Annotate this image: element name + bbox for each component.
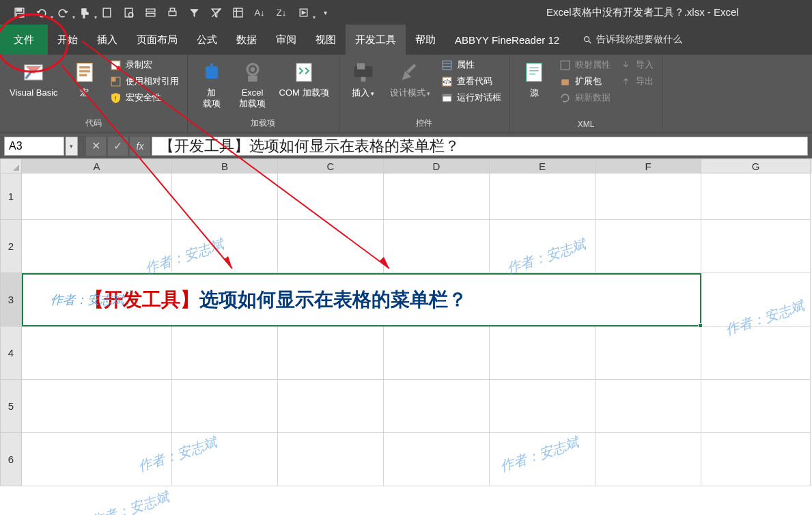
addins-button[interactable]: 加 载项 bbox=[193, 57, 230, 112]
tab-file[interactable]: 文件 bbox=[0, 25, 48, 55]
clear-filter-icon[interactable] bbox=[206, 3, 225, 22]
cell[interactable] bbox=[278, 380, 384, 433]
sort-asc-icon[interactable]: A↓ bbox=[250, 3, 269, 22]
insert-control-button[interactable]: 插入 ▾ bbox=[345, 57, 382, 102]
accept-formula-button[interactable]: ✓ bbox=[108, 137, 128, 156]
column-header-g[interactable]: G bbox=[701, 158, 811, 173]
cell[interactable] bbox=[278, 173, 384, 220]
cell[interactable] bbox=[596, 326, 701, 380]
refresh-data-button[interactable]: 刷新数据 bbox=[557, 90, 613, 105]
visual-basic-button[interactable]: Visual Basic bbox=[5, 57, 62, 101]
tab-home[interactable]: 开始 bbox=[48, 25, 87, 55]
macro-security-button[interactable]: !宏安全性 bbox=[107, 90, 182, 105]
xml-import-button[interactable]: 导入 bbox=[617, 57, 656, 72]
cell[interactable] bbox=[701, 220, 811, 273]
row-header-5[interactable]: 5 bbox=[0, 380, 22, 433]
cell[interactable] bbox=[172, 173, 278, 220]
cell[interactable] bbox=[278, 326, 384, 380]
tab-help[interactable]: 帮助 bbox=[406, 25, 445, 55]
select-all-corner[interactable] bbox=[0, 158, 22, 173]
cell[interactable] bbox=[22, 433, 172, 486]
cell[interactable] bbox=[278, 433, 384, 486]
format-painter-icon[interactable]: ▾ bbox=[75, 3, 94, 22]
filter-icon[interactable] bbox=[184, 3, 204, 22]
run-dialog-button[interactable]: 运行对话框 bbox=[438, 90, 504, 105]
tab-abbyy[interactable]: ABBYY FineReader 12 bbox=[445, 25, 569, 55]
column-header-b[interactable]: B bbox=[172, 158, 278, 173]
column-header-f[interactable]: F bbox=[596, 158, 701, 173]
cell[interactable] bbox=[172, 433, 278, 486]
cancel-formula-button[interactable]: ✕ bbox=[86, 137, 107, 156]
redo-icon[interactable]: ▾ bbox=[53, 3, 72, 22]
cell[interactable] bbox=[490, 220, 596, 273]
properties-button[interactable]: 属性 bbox=[438, 57, 504, 72]
cell[interactable] bbox=[490, 326, 596, 380]
cell[interactable] bbox=[701, 173, 811, 220]
fill-handle[interactable] bbox=[698, 323, 703, 328]
row-header-3[interactable]: 3 bbox=[0, 273, 22, 326]
tell-me-search[interactable]: 告诉我你想要做什么 bbox=[583, 33, 682, 46]
cell[interactable] bbox=[172, 380, 278, 433]
cell[interactable] bbox=[596, 433, 701, 486]
cell[interactable] bbox=[22, 173, 172, 220]
open-icon[interactable] bbox=[141, 3, 160, 22]
xml-export-button[interactable]: 导出 bbox=[617, 74, 656, 89]
map-properties-button[interactable]: 映射属性 bbox=[557, 57, 613, 72]
com-addins-button[interactable]: COM 加载项 bbox=[275, 57, 333, 101]
column-header-d[interactable]: D bbox=[384, 158, 490, 173]
save-icon[interactable] bbox=[10, 3, 29, 22]
cell[interactable] bbox=[22, 380, 172, 433]
macros-button[interactable]: 宏 bbox=[66, 57, 103, 101]
column-header-e[interactable]: E bbox=[490, 158, 596, 173]
expansion-pack-button[interactable]: 扩展包 bbox=[557, 74, 613, 89]
cell[interactable] bbox=[384, 433, 490, 486]
cell[interactable] bbox=[490, 433, 596, 486]
row-header-2[interactable]: 2 bbox=[0, 220, 22, 273]
cell[interactable] bbox=[490, 173, 596, 220]
cell[interactable] bbox=[22, 326, 172, 380]
tab-data[interactable]: 数据 bbox=[227, 25, 266, 55]
tab-view[interactable]: 视图 bbox=[306, 25, 346, 55]
cell[interactable] bbox=[172, 220, 278, 273]
tab-review[interactable]: 审阅 bbox=[266, 25, 306, 55]
name-box[interactable]: A3 bbox=[4, 137, 64, 156]
view-code-button[interactable]: </>查看代码 bbox=[438, 74, 504, 89]
cell[interactable] bbox=[701, 273, 811, 326]
freeze-panes-icon[interactable] bbox=[228, 3, 247, 22]
row-header-1[interactable]: 1 bbox=[0, 173, 22, 220]
cell[interactable] bbox=[596, 380, 701, 433]
column-header-a[interactable]: A bbox=[22, 158, 172, 173]
relative-reference-button[interactable]: 使用相对引用 bbox=[107, 74, 182, 89]
excel-addins-button[interactable]: Excel 加载项 bbox=[234, 57, 271, 112]
row-header-4[interactable]: 4 bbox=[0, 326, 22, 380]
qat-customize-icon[interactable]: ▾ bbox=[316, 3, 335, 22]
sort-desc-icon[interactable]: Z↓ bbox=[272, 3, 291, 22]
cell[interactable] bbox=[384, 380, 490, 433]
cell[interactable] bbox=[701, 326, 811, 380]
tab-developer[interactable]: 开发工具 bbox=[346, 25, 406, 55]
new-icon[interactable] bbox=[97, 3, 116, 22]
fx-button[interactable]: fx bbox=[130, 137, 150, 156]
cell[interactable] bbox=[701, 433, 811, 486]
tab-insert[interactable]: 插入 bbox=[87, 25, 127, 55]
merged-cell-a3f3[interactable]: 作者：安志斌 【开发工具】选项如何显示在表格的菜单栏？ bbox=[22, 273, 701, 326]
tab-formulas[interactable]: 公式 bbox=[187, 25, 227, 55]
design-mode-button[interactable]: 设计模式 ▾ bbox=[386, 57, 435, 102]
cell[interactable] bbox=[384, 173, 490, 220]
cell[interactable] bbox=[384, 220, 490, 273]
cell[interactable] bbox=[701, 380, 811, 433]
undo-icon[interactable]: ▾ bbox=[31, 3, 51, 22]
cell[interactable] bbox=[384, 326, 490, 380]
row-header-6[interactable]: 6 bbox=[0, 433, 22, 486]
cell[interactable] bbox=[490, 380, 596, 433]
cell[interactable] bbox=[22, 220, 172, 273]
cell[interactable] bbox=[596, 173, 701, 220]
macros-qat-icon[interactable]: ▾ bbox=[294, 3, 313, 22]
column-header-c[interactable]: C bbox=[278, 158, 384, 173]
quick-print-icon[interactable] bbox=[163, 3, 182, 22]
name-box-dropdown[interactable]: ▾ bbox=[66, 137, 78, 156]
record-macro-button[interactable]: 录制宏 bbox=[107, 57, 182, 72]
cell[interactable] bbox=[278, 220, 384, 273]
cell[interactable] bbox=[596, 220, 701, 273]
tab-layout[interactable]: 页面布局 bbox=[127, 25, 187, 55]
